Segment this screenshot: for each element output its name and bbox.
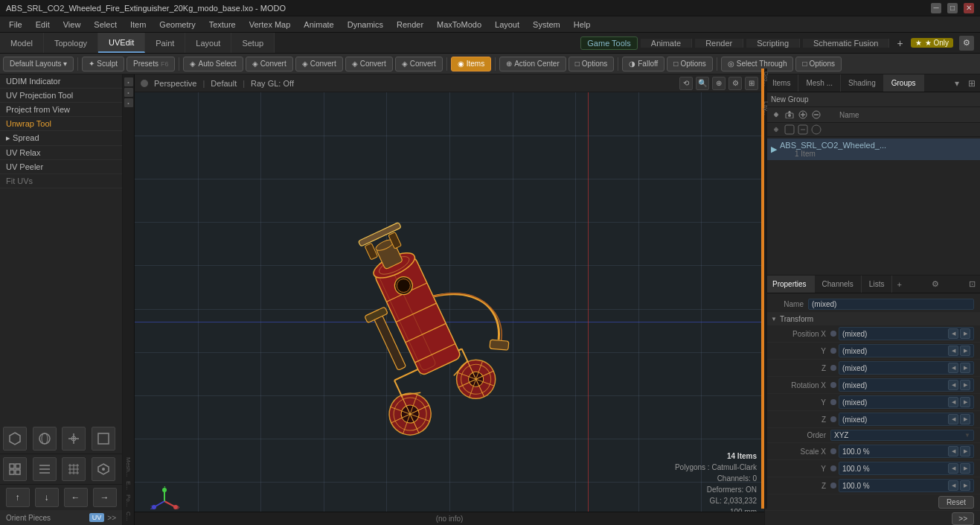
maximize-button[interactable]: □: [947, 3, 958, 13]
options-button-2[interactable]: □ Options: [667, 57, 713, 71]
tab-game-tools[interactable]: Game Tools: [580, 36, 638, 50]
vp-expand-button[interactable]: ⊞: [745, 77, 758, 90]
strip-btn-3[interactable]: •: [124, 98, 133, 107]
scale-x-up[interactable]: ▶: [960, 446, 970, 456]
right-tab-groups[interactable]: Groups: [884, 74, 924, 92]
right-tab-mesh[interactable]: Mesh ...: [798, 74, 841, 92]
side-strip-label-1[interactable]: Gro...: [763, 71, 769, 86]
vp-settings-button[interactable]: ⚙: [728, 77, 742, 90]
scale-z-dot[interactable]: [830, 483, 836, 489]
default-layouts-button[interactable]: Default Layouts ▾: [3, 57, 74, 71]
menu-vertex-map[interactable]: Vertex Map: [243, 19, 297, 31]
viewport-canvas[interactable]: X Y Z 14 Items Polygons : Catmull-Clark …: [135, 92, 764, 525]
pos-x-up[interactable]: ▶: [960, 328, 970, 339]
menu-edit[interactable]: Edit: [30, 19, 56, 31]
tool-udim-indicator[interactable]: UDIM Indicator: [0, 74, 122, 89]
select-through-button[interactable]: ◎ Select Through: [721, 57, 794, 71]
vp-fit-button[interactable]: ⊕: [712, 77, 726, 90]
close-button[interactable]: ✕: [964, 3, 974, 13]
menu-dynamics[interactable]: Dynamics: [342, 19, 389, 31]
only-badge[interactable]: ★ ★ Only: [911, 38, 953, 48]
convert-button-4[interactable]: ◈ Convert: [395, 57, 443, 71]
rot-z-value[interactable]: (mixed) ◀ ▶: [839, 413, 974, 426]
tab-setup[interactable]: Setup: [231, 33, 275, 53]
order-value[interactable]: XYZ ▼: [830, 430, 974, 441]
col-add-icon[interactable]: [798, 109, 808, 120]
rot-x-down[interactable]: ◀: [948, 380, 958, 390]
menu-help[interactable]: Help: [568, 19, 597, 31]
prop-expand-button[interactable]: >>: [952, 512, 974, 525]
col-sub-icon-2[interactable]: [784, 124, 795, 135]
viewport[interactable]: Perspective | Default | Ray GL: Off ⟲ 🔍 …: [135, 74, 764, 525]
pos-x-down[interactable]: ◀: [948, 328, 958, 339]
col-eye-icon[interactable]: [771, 109, 781, 120]
pos-z-dot[interactable]: [830, 365, 836, 371]
pos-x-dot[interactable]: [830, 331, 836, 337]
side-strip-label-2[interactable]: Lay...: [763, 101, 769, 115]
menu-layout[interactable]: Layout: [489, 19, 525, 31]
tool-icon-sphere[interactable]: [33, 427, 57, 451]
tab-uvEdit[interactable]: UVEdit: [98, 33, 145, 53]
action-center-button[interactable]: ⊕ Action Center: [499, 57, 566, 71]
convert-button-2[interactable]: ◈ Convert: [295, 57, 343, 71]
scale-z-value[interactable]: 100.0 % ◀ ▶: [839, 479, 974, 492]
arrow-right-button[interactable]: →: [93, 488, 117, 507]
prop-name-value[interactable]: (mixed): [808, 299, 974, 310]
tool-spread[interactable]: ▸ Spread: [0, 131, 122, 146]
tab-schematic-fusion[interactable]: Schematic Fusion: [803, 39, 889, 48]
vp-zoom-button[interactable]: 🔍: [696, 77, 709, 90]
strip-btn-1[interactable]: •: [124, 77, 133, 86]
rot-y-up[interactable]: ▶: [960, 397, 970, 407]
tool-uv-relax[interactable]: UV Relax: [0, 146, 122, 160]
scale-x-dot[interactable]: [830, 448, 836, 454]
col-sub-eye[interactable]: [771, 124, 781, 135]
prop-tab-channels[interactable]: Channels: [815, 276, 862, 293]
arrow-left-button[interactable]: ←: [64, 488, 88, 507]
tool-icon-box[interactable]: [92, 427, 115, 451]
menu-animate[interactable]: Animate: [298, 19, 339, 31]
tool-unwrap[interactable]: Unwrap Tool: [0, 117, 122, 131]
auto-select-button[interactable]: ◈ Auto Select: [183, 57, 243, 71]
scale-y-down[interactable]: ◀: [948, 463, 958, 474]
scale-z-down[interactable]: ◀: [948, 480, 958, 491]
right-tab-shading[interactable]: Shading: [841, 74, 884, 92]
prop-tab-lists[interactable]: Lists: [862, 276, 893, 293]
tab-add-button[interactable]: +: [892, 37, 907, 49]
arrow-up-button[interactable]: ↑: [6, 488, 30, 507]
prop-tab-properties[interactable]: Properties: [765, 276, 815, 293]
menu-system[interactable]: System: [527, 19, 566, 31]
scale-y-up[interactable]: ▶: [960, 463, 970, 474]
reset-button[interactable]: Reset: [938, 496, 974, 509]
rot-x-dot[interactable]: [830, 382, 836, 388]
prop-tab-add[interactable]: +: [892, 276, 906, 293]
rot-z-down[interactable]: ◀: [948, 414, 958, 424]
rot-x-up[interactable]: ▶: [960, 380, 970, 390]
menu-select[interactable]: Select: [88, 19, 123, 31]
pos-y-value[interactable]: (mixed) ◀ ▶: [839, 344, 974, 357]
tab-scripting[interactable]: Scripting: [746, 39, 800, 48]
pos-y-up[interactable]: ▶: [960, 346, 970, 356]
menu-render[interactable]: Render: [391, 19, 429, 31]
arrow-down-button[interactable]: ↓: [35, 488, 59, 507]
falloff-button[interactable]: ◑ Falloff: [622, 57, 664, 71]
right-tab-expand[interactable]: ⊞: [964, 74, 980, 92]
pos-z-down[interactable]: ◀: [948, 363, 958, 373]
presets-button[interactable]: Presets F6: [126, 57, 175, 71]
strip-btn-2[interactable]: •: [124, 88, 133, 97]
convert-button-1[interactable]: ◈ Convert: [246, 57, 293, 71]
menu-file[interactable]: File: [3, 19, 28, 31]
rot-x-value[interactable]: (mixed) ◀ ▶: [839, 378, 974, 392]
rot-y-value[interactable]: (mixed) ◀ ▶: [839, 395, 974, 409]
tool-icon-grid-d[interactable]: [92, 457, 115, 481]
pos-z-up[interactable]: ▶: [960, 363, 970, 373]
menu-item[interactable]: Item: [124, 19, 152, 31]
scale-z-up[interactable]: ▶: [960, 480, 970, 491]
col-remove-icon[interactable]: [811, 109, 822, 120]
menu-maxtomodo[interactable]: MaxToModo: [431, 19, 487, 31]
minimize-button[interactable]: ─: [931, 3, 941, 13]
pos-y-dot[interactable]: [830, 348, 836, 354]
scale-x-down[interactable]: ◀: [948, 446, 958, 456]
new-group-button[interactable]: New Group: [771, 95, 809, 104]
tool-uv-peeler[interactable]: UV Peeler: [0, 160, 122, 174]
tool-icon-grid-a[interactable]: [3, 457, 27, 481]
